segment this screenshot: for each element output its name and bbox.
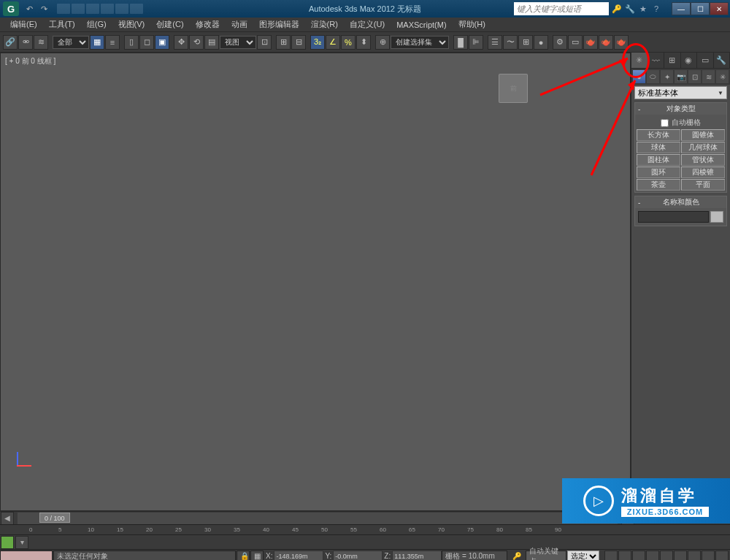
category-dropdown[interactable]: 标准基本体 (634, 86, 727, 99)
menu-create[interactable]: 创建(C) (150, 18, 189, 31)
cone-button[interactable]: 圆锥体 (681, 129, 725, 141)
torus-button[interactable]: 圆环 (637, 166, 680, 178)
render-iter-icon[interactable]: 🫖 (614, 35, 629, 50)
key-target-dropdown[interactable]: 选定对象 (567, 551, 599, 561)
keyboard-icon[interactable]: ⊟ (291, 35, 306, 50)
menu-customize[interactable]: 自定义(U) (344, 18, 391, 31)
info-icon[interactable]: 🔑 (612, 4, 622, 14)
cameras-subtab-icon[interactable]: 📷 (675, 70, 687, 83)
fav-icon[interactable]: ★ (638, 4, 648, 14)
edit-selset-icon[interactable]: ⊕ (375, 35, 390, 50)
render-setup-icon[interactable]: ⚙ (553, 35, 567, 50)
snap-2d-icon[interactable]: 3₂ (310, 35, 325, 50)
object-color-swatch[interactable] (710, 211, 723, 223)
nav-region-icon[interactable] (715, 551, 729, 561)
menu-maxscript[interactable]: MAXScript(M) (391, 19, 452, 31)
nav-fov-icon[interactable] (702, 551, 715, 561)
viewport[interactable]: [ + 0 前 0 线框 ] 前 (0, 53, 631, 511)
time-slider-handle[interactable]: 0 / 100 (39, 513, 70, 523)
menu-help[interactable]: 帮助(H) (453, 18, 491, 31)
time-slider[interactable]: 0 / 100 (18, 513, 618, 524)
material-icon[interactable]: ● (534, 35, 548, 50)
sphere-button[interactable]: 球体 (637, 142, 680, 153)
rollout-object-type[interactable]: 对象类型 (635, 103, 726, 115)
bind-icon[interactable]: ≋ (34, 35, 48, 50)
menu-group[interactable]: 组(G) (81, 18, 112, 31)
recent-doc[interactable] (57, 4, 70, 14)
tube-button[interactable]: 管状体 (681, 154, 725, 166)
shapes-subtab-icon[interactable]: ⬭ (647, 70, 659, 83)
next-frame-icon[interactable] (646, 551, 659, 561)
spinner-snap-icon[interactable]: ⬍ (356, 35, 371, 50)
track-filter-icon[interactable]: ▾ (15, 536, 28, 549)
selection-filter-dropdown[interactable]: 全部 (53, 36, 89, 49)
coord-z-input[interactable]: 111.355m (392, 551, 442, 560)
box-button[interactable]: 长方体 (637, 129, 680, 141)
coord-y-input[interactable]: -0.0mm (333, 551, 383, 560)
display-tab-icon[interactable]: ▭ (697, 53, 714, 68)
mini-curve-icon[interactable] (1, 536, 14, 549)
goto-end-icon[interactable] (660, 551, 673, 561)
align-icon[interactable]: ⊫ (469, 35, 483, 50)
rendered-frame-icon[interactable]: ▭ (568, 35, 583, 50)
hierarchy-tab-icon[interactable]: ⊞ (664, 53, 681, 68)
layers-icon[interactable]: ☰ (488, 35, 502, 50)
geosphere-button[interactable]: 几何球体 (681, 142, 725, 153)
pyramid-button[interactable]: 四棱锥 (681, 166, 725, 178)
select-icon[interactable]: ▦ (90, 35, 104, 50)
menu-animation[interactable]: 动画 (226, 18, 253, 31)
spacewarps-subtab-icon[interactable]: ≋ (702, 70, 715, 83)
select-name-icon[interactable]: ≡ (105, 35, 120, 50)
create-tab-icon[interactable]: ✳ (631, 53, 648, 68)
help-icon[interactable]: ? (651, 4, 661, 14)
app-icon[interactable]: G (3, 1, 19, 16)
recent-doc[interactable] (101, 4, 114, 14)
schematic-icon[interactable]: ⊞ (518, 35, 533, 50)
auto-grid-checkbox[interactable] (661, 119, 669, 127)
pivot-icon[interactable]: ⊡ (257, 35, 272, 50)
menu-views[interactable]: 视图(V) (112, 18, 151, 31)
select-region-icon[interactable]: ◻ (139, 35, 154, 50)
percent-snap-icon[interactable]: % (341, 35, 356, 50)
help-search-input[interactable] (514, 2, 609, 15)
time-ruler[interactable]: 051015202530354045505560657075808590 (0, 524, 730, 534)
window-crossing-icon[interactable]: ▣ (155, 35, 169, 50)
comm-icon[interactable]: 🔧 (625, 4, 635, 14)
menu-modifiers[interactable]: 修改器 (190, 18, 226, 31)
modify-tab-icon[interactable]: 〰 (648, 53, 665, 68)
cylinder-button[interactable]: 圆柱体 (637, 154, 680, 166)
menu-render[interactable]: 渲染(R) (305, 18, 344, 31)
script-listener-mini[interactable] (0, 551, 53, 561)
recent-doc[interactable] (115, 4, 128, 14)
viewcube[interactable]: 前 (499, 74, 528, 103)
close-button[interactable]: ✕ (710, 2, 729, 15)
plane-button[interactable]: 平面 (681, 179, 725, 191)
auto-key-button[interactable]: 自动关键点 (526, 551, 566, 561)
recent-doc[interactable] (86, 4, 99, 14)
menu-tools[interactable]: 工具(T) (43, 18, 81, 31)
manipulate-icon[interactable]: ⊞ (276, 35, 291, 50)
menu-edit[interactable]: 编辑(E) (4, 18, 43, 31)
teapot-button[interactable]: 茶壶 (637, 179, 680, 191)
play-icon[interactable] (632, 551, 645, 561)
time-config-icon[interactable]: ◀ (1, 512, 14, 525)
rollout-name-color[interactable]: 名称和颜色 (635, 196, 726, 208)
motion-tab-icon[interactable]: ◉ (681, 53, 698, 68)
named-selset-dropdown[interactable]: 创建选择集 (391, 36, 449, 49)
scale-icon[interactable]: ▤ (204, 35, 219, 50)
link-icon[interactable]: 🔗 (3, 35, 18, 50)
menu-graph[interactable]: 图形编辑器 (253, 18, 305, 31)
utilities-tab-icon[interactable]: 🔧 (714, 53, 731, 68)
select-object-icon[interactable]: ▯ (124, 35, 139, 50)
render-prod-icon[interactable]: 🫖 (599, 35, 613, 50)
unlink-icon[interactable]: ⚮ (18, 35, 33, 50)
recent-doc[interactable] (72, 4, 85, 14)
nav-zoom-icon[interactable] (674, 551, 687, 561)
rotate-icon[interactable]: ⟲ (189, 35, 204, 50)
systems-subtab-icon[interactable]: ✳ (716, 70, 729, 83)
curve-editor-icon[interactable]: 〜 (503, 35, 518, 50)
lock-selection-icon[interactable]: 🔒 (237, 551, 250, 561)
angle-snap-icon[interactable]: ∠ (326, 35, 340, 50)
recent-doc[interactable] (130, 4, 143, 14)
goto-start-icon[interactable] (604, 551, 618, 561)
